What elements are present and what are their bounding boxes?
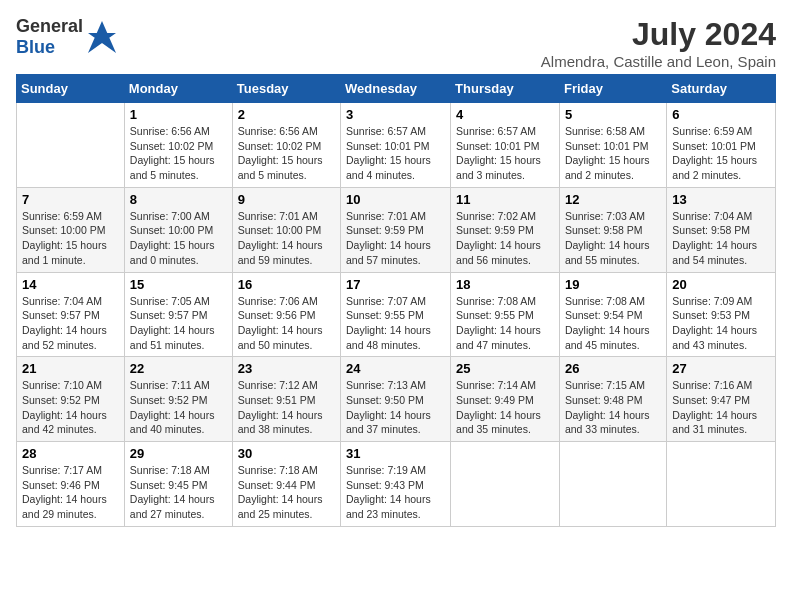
day-number: 7	[22, 192, 119, 207]
cell-info: Sunrise: 7:11 AMSunset: 9:52 PMDaylight:…	[130, 378, 227, 437]
cell-info: Sunrise: 6:57 AMSunset: 10:01 PMDaylight…	[456, 124, 554, 183]
cell-info: Sunrise: 7:17 AMSunset: 9:46 PMDaylight:…	[22, 463, 119, 522]
calendar-cell: 21Sunrise: 7:10 AMSunset: 9:52 PMDayligh…	[17, 357, 125, 442]
logo-blue: Blue	[16, 37, 55, 57]
cell-info: Sunrise: 7:04 AMSunset: 9:58 PMDaylight:…	[672, 209, 770, 268]
day-number: 1	[130, 107, 227, 122]
day-number: 29	[130, 446, 227, 461]
weekday-header-saturday: Saturday	[667, 75, 776, 103]
logo-general: General	[16, 16, 83, 36]
calendar-cell: 2Sunrise: 6:56 AMSunset: 10:02 PMDayligh…	[232, 103, 340, 188]
calendar-cell: 24Sunrise: 7:13 AMSunset: 9:50 PMDayligh…	[341, 357, 451, 442]
cell-info: Sunrise: 7:08 AMSunset: 9:54 PMDaylight:…	[565, 294, 661, 353]
cell-info: Sunrise: 7:04 AMSunset: 9:57 PMDaylight:…	[22, 294, 119, 353]
calendar-cell	[17, 103, 125, 188]
calendar-cell	[667, 442, 776, 527]
day-number: 3	[346, 107, 445, 122]
week-row-4: 21Sunrise: 7:10 AMSunset: 9:52 PMDayligh…	[17, 357, 776, 442]
calendar-cell: 28Sunrise: 7:17 AMSunset: 9:46 PMDayligh…	[17, 442, 125, 527]
cell-info: Sunrise: 7:02 AMSunset: 9:59 PMDaylight:…	[456, 209, 554, 268]
calendar-cell: 27Sunrise: 7:16 AMSunset: 9:47 PMDayligh…	[667, 357, 776, 442]
weekday-header-friday: Friday	[559, 75, 666, 103]
week-row-5: 28Sunrise: 7:17 AMSunset: 9:46 PMDayligh…	[17, 442, 776, 527]
cell-info: Sunrise: 6:59 AMSunset: 10:01 PMDaylight…	[672, 124, 770, 183]
page-header: General Blue July 2024 Almendra, Castill…	[16, 16, 776, 70]
day-number: 21	[22, 361, 119, 376]
calendar-table: SundayMondayTuesdayWednesdayThursdayFrid…	[16, 74, 776, 527]
svg-marker-0	[88, 21, 116, 53]
cell-info: Sunrise: 7:18 AMSunset: 9:45 PMDaylight:…	[130, 463, 227, 522]
weekday-header-row: SundayMondayTuesdayWednesdayThursdayFrid…	[17, 75, 776, 103]
calendar-cell	[451, 442, 560, 527]
subtitle: Almendra, Castille and Leon, Spain	[541, 53, 776, 70]
calendar-cell: 4Sunrise: 6:57 AMSunset: 10:01 PMDayligh…	[451, 103, 560, 188]
day-number: 2	[238, 107, 335, 122]
cell-info: Sunrise: 7:08 AMSunset: 9:55 PMDaylight:…	[456, 294, 554, 353]
calendar-cell: 3Sunrise: 6:57 AMSunset: 10:01 PMDayligh…	[341, 103, 451, 188]
cell-info: Sunrise: 7:14 AMSunset: 9:49 PMDaylight:…	[456, 378, 554, 437]
weekday-header-tuesday: Tuesday	[232, 75, 340, 103]
cell-info: Sunrise: 7:10 AMSunset: 9:52 PMDaylight:…	[22, 378, 119, 437]
day-number: 25	[456, 361, 554, 376]
week-row-1: 1Sunrise: 6:56 AMSunset: 10:02 PMDayligh…	[17, 103, 776, 188]
day-number: 18	[456, 277, 554, 292]
day-number: 19	[565, 277, 661, 292]
day-number: 16	[238, 277, 335, 292]
calendar-cell: 25Sunrise: 7:14 AMSunset: 9:49 PMDayligh…	[451, 357, 560, 442]
calendar-cell: 8Sunrise: 7:00 AMSunset: 10:00 PMDayligh…	[124, 187, 232, 272]
calendar-cell: 19Sunrise: 7:08 AMSunset: 9:54 PMDayligh…	[559, 272, 666, 357]
cell-info: Sunrise: 7:03 AMSunset: 9:58 PMDaylight:…	[565, 209, 661, 268]
day-number: 27	[672, 361, 770, 376]
calendar-cell: 15Sunrise: 7:05 AMSunset: 9:57 PMDayligh…	[124, 272, 232, 357]
cell-info: Sunrise: 6:58 AMSunset: 10:01 PMDaylight…	[565, 124, 661, 183]
day-number: 10	[346, 192, 445, 207]
calendar-cell: 17Sunrise: 7:07 AMSunset: 9:55 PMDayligh…	[341, 272, 451, 357]
cell-info: Sunrise: 7:06 AMSunset: 9:56 PMDaylight:…	[238, 294, 335, 353]
day-number: 4	[456, 107, 554, 122]
day-number: 26	[565, 361, 661, 376]
calendar-cell: 7Sunrise: 6:59 AMSunset: 10:00 PMDayligh…	[17, 187, 125, 272]
calendar-cell: 18Sunrise: 7:08 AMSunset: 9:55 PMDayligh…	[451, 272, 560, 357]
calendar-cell: 30Sunrise: 7:18 AMSunset: 9:44 PMDayligh…	[232, 442, 340, 527]
weekday-header-sunday: Sunday	[17, 75, 125, 103]
calendar-cell: 31Sunrise: 7:19 AMSunset: 9:43 PMDayligh…	[341, 442, 451, 527]
calendar-cell: 22Sunrise: 7:11 AMSunset: 9:52 PMDayligh…	[124, 357, 232, 442]
calendar-cell: 14Sunrise: 7:04 AMSunset: 9:57 PMDayligh…	[17, 272, 125, 357]
day-number: 23	[238, 361, 335, 376]
logo-icon	[86, 19, 118, 55]
cell-info: Sunrise: 7:00 AMSunset: 10:00 PMDaylight…	[130, 209, 227, 268]
cell-info: Sunrise: 7:13 AMSunset: 9:50 PMDaylight:…	[346, 378, 445, 437]
weekday-header-wednesday: Wednesday	[341, 75, 451, 103]
week-row-2: 7Sunrise: 6:59 AMSunset: 10:00 PMDayligh…	[17, 187, 776, 272]
day-number: 12	[565, 192, 661, 207]
calendar-cell: 16Sunrise: 7:06 AMSunset: 9:56 PMDayligh…	[232, 272, 340, 357]
main-title: July 2024	[541, 16, 776, 53]
cell-info: Sunrise: 7:01 AMSunset: 10:00 PMDaylight…	[238, 209, 335, 268]
calendar-cell: 10Sunrise: 7:01 AMSunset: 9:59 PMDayligh…	[341, 187, 451, 272]
calendar-cell: 23Sunrise: 7:12 AMSunset: 9:51 PMDayligh…	[232, 357, 340, 442]
cell-info: Sunrise: 6:57 AMSunset: 10:01 PMDaylight…	[346, 124, 445, 183]
cell-info: Sunrise: 7:18 AMSunset: 9:44 PMDaylight:…	[238, 463, 335, 522]
week-row-3: 14Sunrise: 7:04 AMSunset: 9:57 PMDayligh…	[17, 272, 776, 357]
cell-info: Sunrise: 7:07 AMSunset: 9:55 PMDaylight:…	[346, 294, 445, 353]
cell-info: Sunrise: 6:59 AMSunset: 10:00 PMDaylight…	[22, 209, 119, 268]
day-number: 22	[130, 361, 227, 376]
calendar-cell: 11Sunrise: 7:02 AMSunset: 9:59 PMDayligh…	[451, 187, 560, 272]
calendar-cell: 13Sunrise: 7:04 AMSunset: 9:58 PMDayligh…	[667, 187, 776, 272]
day-number: 8	[130, 192, 227, 207]
calendar-cell: 9Sunrise: 7:01 AMSunset: 10:00 PMDayligh…	[232, 187, 340, 272]
logo-text: General Blue	[16, 16, 83, 58]
cell-info: Sunrise: 7:01 AMSunset: 9:59 PMDaylight:…	[346, 209, 445, 268]
logo: General Blue	[16, 16, 118, 58]
cell-info: Sunrise: 6:56 AMSunset: 10:02 PMDaylight…	[130, 124, 227, 183]
cell-info: Sunrise: 6:56 AMSunset: 10:02 PMDaylight…	[238, 124, 335, 183]
day-number: 14	[22, 277, 119, 292]
calendar-cell: 26Sunrise: 7:15 AMSunset: 9:48 PMDayligh…	[559, 357, 666, 442]
day-number: 9	[238, 192, 335, 207]
day-number: 11	[456, 192, 554, 207]
day-number: 13	[672, 192, 770, 207]
calendar-cell: 20Sunrise: 7:09 AMSunset: 9:53 PMDayligh…	[667, 272, 776, 357]
day-number: 20	[672, 277, 770, 292]
calendar-cell: 5Sunrise: 6:58 AMSunset: 10:01 PMDayligh…	[559, 103, 666, 188]
cell-info: Sunrise: 7:16 AMSunset: 9:47 PMDaylight:…	[672, 378, 770, 437]
